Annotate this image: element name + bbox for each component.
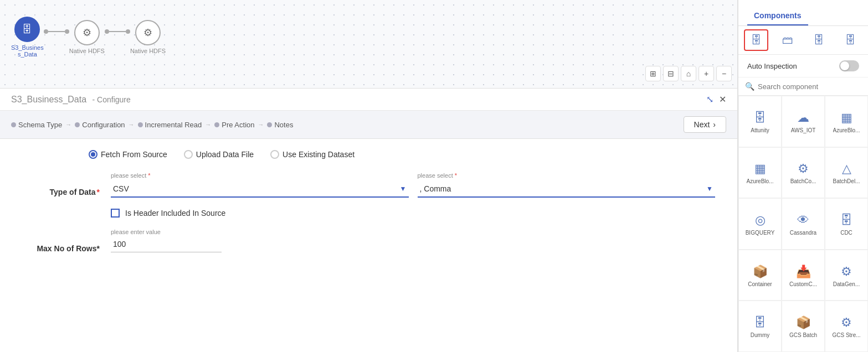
zoom-in-icon[interactable]: + — [698, 66, 714, 81]
connector-2 — [109, 31, 126, 32]
radio-btn-upload — [184, 150, 193, 159]
icon-attunity[interactable]: 🗄 Attunity — [738, 96, 782, 147]
icon-aws-iot[interactable]: ☁ AWS_IOT — [782, 96, 825, 147]
next-label: Next — [694, 120, 710, 129]
icon-bigquery[interactable]: ◎ BIGQUERY — [738, 198, 782, 250]
steps-bar: Schema Type → Configuration → Incrementa… — [0, 111, 737, 139]
icon-tab-other[interactable]: 🗄 — [838, 29, 862, 51]
node-native1[interactable]: ⚙ Native HDFS — [69, 20, 105, 54]
step-label-4: Pre Action — [222, 121, 254, 129]
radio-upload[interactable]: Upload Data File — [184, 150, 254, 159]
comma-select[interactable]: , Comma ▼ — [418, 181, 716, 198]
arrow-3: → — [205, 121, 211, 128]
home-icon[interactable]: ⌂ — [681, 66, 696, 81]
connector-dot-3 — [105, 29, 109, 34]
attunity-icon: 🗄 — [754, 111, 766, 125]
icon-tab-source[interactable]: 🗄 — [744, 29, 768, 51]
icon-gcs-batch[interactable]: 📦 GCS Batch — [782, 301, 825, 352]
next-button[interactable]: Next › — [684, 116, 726, 133]
required-asterisk-maxrows: * — [97, 244, 100, 253]
container-label: Container — [748, 281, 772, 287]
radio-label-fetch: Fetch From Source — [101, 150, 167, 159]
steps-list: Schema Type → Configuration → Incrementa… — [11, 121, 293, 129]
radio-inner-fetch — [91, 152, 95, 157]
step-dot-4 — [214, 122, 219, 127]
icon-batchdel[interactable]: △ BatchDel... — [825, 147, 868, 199]
comma-arrow-icon: ▼ — [706, 185, 713, 193]
bigquery-icon: ◎ — [755, 213, 766, 227]
icon-tab-target[interactable]: 🗄 — [807, 29, 831, 51]
icon-azureblob1[interactable]: ▦ AzureBlo... — [825, 96, 868, 147]
tab-components[interactable]: Components — [747, 7, 808, 25]
pipeline: 🗄 S3_Business_Data ⚙ Native HDFS ⚙ Nativ… — [0, 0, 737, 74]
icon-datagen[interactable]: ⚙ DataGen... — [825, 250, 868, 301]
configure-header: S3_Business_Data - Configure ⤡ ✕ — [0, 89, 737, 111]
grid-icon[interactable]: ⊟ — [663, 66, 679, 81]
icon-dummy[interactable]: 🗄 Dummy — [738, 301, 782, 352]
layout-icon[interactable]: ⊞ — [645, 66, 661, 81]
arrow-2: → — [129, 121, 135, 128]
connector-1 — [48, 31, 65, 32]
customc-icon: 📥 — [796, 265, 811, 279]
step-dot-2 — [75, 122, 80, 127]
azureblob1-label: AzureBlo... — [833, 127, 860, 133]
node-circle-s3: 🗄 — [14, 17, 40, 42]
step-incremental-read[interactable]: Incremental Read — [138, 121, 202, 129]
header-checkbox[interactable] — [111, 209, 120, 218]
container-icon: 📦 — [753, 265, 768, 279]
icon-container[interactable]: 📦 Container — [738, 250, 782, 301]
dummy-label: Dummy — [751, 332, 769, 338]
auto-inspection-label: Auto Inspection — [747, 62, 797, 70]
icon-tab-transform[interactable]: 🗃 — [775, 29, 800, 51]
cdc-label: CDC — [840, 230, 852, 236]
zoom-out-icon[interactable]: − — [716, 66, 732, 81]
radio-fetch[interactable]: Fetch From Source — [89, 150, 167, 159]
icon-gcs-stre[interactable]: ⚙ GCS Stre... — [825, 301, 868, 352]
node-label-native1: Native HDFS — [69, 48, 105, 54]
batchco-icon: ⚙ — [798, 162, 809, 176]
step-pre-action[interactable]: Pre Action — [214, 121, 254, 129]
auto-inspection-row: Auto Inspection — [738, 55, 868, 77]
comma-select-wrapper: please select * , Comma ▼ — [418, 172, 716, 198]
configure-panel: S3_Business_Data - Configure ⤡ ✕ Schema … — [0, 89, 737, 352]
step-notes[interactable]: Notes — [267, 121, 293, 129]
icon-azureblob2[interactable]: ▦ AzureBlo... — [738, 147, 782, 199]
customc-label: CustomC... — [789, 281, 817, 287]
csv-select[interactable]: CSV ▼ — [111, 181, 409, 198]
csv-select-wrapper: please select * CSV ▼ — [111, 172, 409, 198]
search-input[interactable] — [758, 82, 861, 91]
canvas: 🗄 S3_Business_Data ⚙ Native HDFS ⚙ Nativ… — [0, 0, 737, 89]
batchco-label: BatchCo... — [790, 178, 816, 184]
attunity-label: Attunity — [751, 127, 769, 133]
gcs-stre-icon: ⚙ — [841, 315, 852, 330]
step-schema-type[interactable]: Schema Type — [11, 121, 62, 129]
step-label-3: Incremental Read — [145, 121, 202, 129]
arrow-4: → — [258, 121, 264, 128]
close-icon[interactable]: ✕ — [719, 94, 726, 105]
radio-btn-existing — [270, 150, 279, 159]
search-row: 🔍 — [738, 77, 868, 96]
configure-actions: ⤡ ✕ — [706, 94, 726, 105]
form-area: Fetch From Source Upload Data File Use E… — [0, 139, 737, 352]
header-checkbox-label: Is Header Included In Source — [125, 209, 225, 218]
type-of-data-label: Type of Data* — [22, 172, 100, 196]
expand-icon[interactable]: ⤡ — [706, 94, 713, 105]
radio-label-existing: Use Existing Dataset — [283, 150, 355, 159]
batchdel-icon: △ — [842, 162, 851, 176]
icon-cdc[interactable]: 🗄 CDC — [825, 198, 868, 250]
step-configuration[interactable]: Configuration — [75, 121, 125, 129]
icon-customc[interactable]: 📥 CustomC... — [782, 250, 825, 301]
cdc-icon: 🗄 — [840, 213, 852, 227]
icon-cassandra[interactable]: 👁 Cassandra — [782, 198, 825, 250]
dummy-icon: 🗄 — [754, 315, 766, 330]
comma-select-label: please select * — [418, 172, 716, 179]
step-label-2: Configuration — [82, 121, 125, 129]
icon-batchco[interactable]: ⚙ BatchCo... — [782, 147, 825, 199]
node-s3[interactable]: 🗄 S3_Business_Data — [11, 17, 44, 58]
max-rows-input[interactable] — [111, 236, 222, 252]
type-of-data-row: Type of Data* please select * CSV ▼ plea… — [22, 172, 715, 198]
auto-inspection-toggle[interactable] — [839, 60, 859, 71]
node-native2[interactable]: ⚙ Native HDFS — [130, 20, 166, 54]
radio-existing[interactable]: Use Existing Dataset — [270, 150, 355, 159]
required-asterisk-type: * — [97, 188, 100, 196]
